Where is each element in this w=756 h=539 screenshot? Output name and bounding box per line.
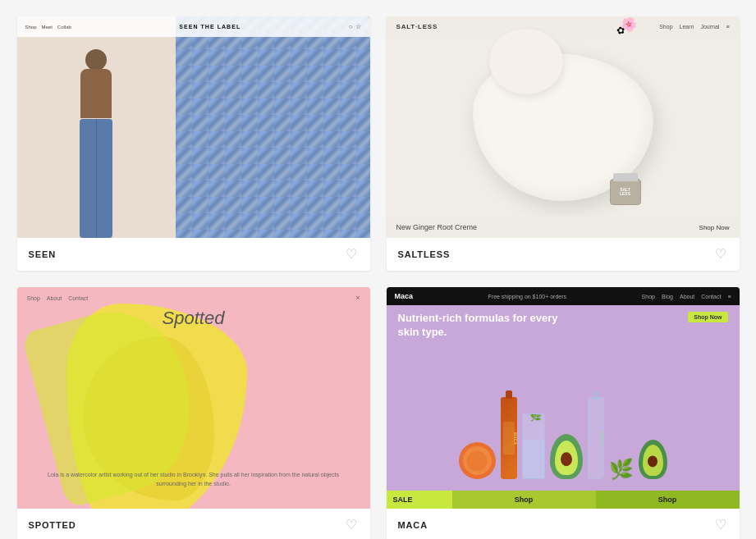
seen-nav-collab[interactable]: Collab — [57, 25, 71, 30]
maca-nav-blog[interactable]: Blog — [662, 294, 673, 299]
spotted-image-area: Shop About Contact × Spotted Lola is a w… — [17, 287, 370, 509]
spotted-nav-about[interactable]: About — [47, 295, 62, 301]
saltless-shop-now-link[interactable]: Shop Now — [699, 224, 730, 231]
seen-model-panel — [17, 16, 176, 238]
spotted-caption: Lola is a watercolor artist working out … — [17, 471, 370, 488]
saltless-tagline: New Ginger Root Creme — [396, 223, 478, 231]
maca-image-area: Maca Free shipping on $100+ orders Shop … — [387, 287, 740, 509]
seen-nav-icon1[interactable]: ○ — [349, 23, 353, 30]
maca-products-area: MACA 🌿 — [387, 348, 740, 479]
avocado-half-2 — [639, 440, 667, 479]
seen-nav-shop[interactable]: Shop — [25, 25, 37, 30]
gallery-grid: Shop Meet Collab SEEN THE LABEL ○ ☆ — [17, 16, 740, 539]
seen-image-area: Shop Meet Collab SEEN THE LABEL ○ ☆ — [17, 16, 370, 238]
maca-nav-contact[interactable]: Contact — [701, 294, 721, 299]
maca-nav: Maca Free shipping on $100+ orders Shop … — [387, 287, 740, 305]
spotted-nav-links: Shop About Contact — [27, 295, 89, 301]
maca-products-container: MACA 🌿 — [459, 348, 667, 479]
seen-heart-button[interactable]: ♡ — [344, 246, 359, 263]
seen-nav-icon2[interactable]: ☆ — [355, 23, 361, 30]
maca-nav-menu[interactable]: ≡ — [727, 294, 731, 299]
spotted-heart-button[interactable]: ♡ — [344, 517, 359, 533]
maca-nav-about[interactable]: About — [680, 294, 694, 299]
card-spotted: Shop About Contact × Spotted Lola is a w… — [17, 287, 370, 539]
maca-glass-1: 🌿 — [522, 413, 545, 479]
saltless-footer: SALTLESS ♡ — [387, 238, 740, 271]
spotted-nav: Shop About Contact × — [17, 287, 370, 308]
maca-nav-shop[interactable]: Shop — [642, 294, 655, 299]
maca-shop-now-button[interactable]: Shop Now — [688, 312, 727, 322]
avocado-half — [550, 434, 583, 479]
maca-title: MACA — [398, 520, 428, 530]
spotted-nav-contact[interactable]: Contact — [68, 295, 88, 301]
saltless-background: SALT·LESS Shop Learn Journal ≡ — [387, 16, 740, 238]
maca-bottle-clear: MACA — [588, 397, 604, 479]
seen-title: SEEN — [29, 249, 56, 259]
maca-logo: Maca — [395, 292, 414, 300]
maca-shop-bar-1[interactable]: Shop — [452, 491, 596, 509]
seen-denim-panel — [176, 16, 370, 238]
seen-logo: SEEN THE LABEL — [179, 24, 241, 30]
spotted-background: Shop About Contact × Spotted Lola is a w… — [17, 287, 370, 509]
maca-heart-button[interactable]: ♡ — [713, 517, 728, 533]
maca-bottle-amber: MACA — [501, 397, 517, 479]
maca-sale-label[interactable]: SALE — [387, 491, 452, 509]
orange-slice — [459, 442, 496, 479]
card-seen: Shop Meet Collab SEEN THE LABEL ○ ☆ — [17, 16, 370, 271]
spotted-close-icon[interactable]: × — [355, 294, 360, 302]
card-saltless: SALT·LESS Shop Learn Journal ≡ — [387, 16, 740, 271]
rosemary-sprig: 🌿 — [609, 459, 634, 479]
saltless-title: SALTLESS — [398, 249, 451, 259]
spotted-title: SPOTTED — [29, 520, 76, 530]
seen-footer: SEEN ♡ — [17, 238, 370, 271]
seen-nav-meet[interactable]: Meet — [42, 25, 53, 30]
saltless-bottom-bar: New Ginger Root Creme Shop Now — [387, 217, 740, 238]
seen-split-image — [17, 16, 370, 238]
spotted-footer: SPOTTED ♡ — [17, 509, 370, 539]
maca-shipping-text: Free shipping on $100+ orders — [413, 294, 642, 299]
maca-footer: MACA ♡ — [387, 509, 740, 539]
seen-nav: Shop Meet Collab SEEN THE LABEL ○ ☆ — [17, 16, 370, 37]
maca-headline: Nutrient-rich formulas for every skin ty… — [398, 312, 562, 340]
spotted-nav-shop[interactable]: Shop — [27, 295, 40, 301]
saltless-image-area: SALT·LESS Shop Learn Journal ≡ — [387, 16, 740, 238]
saltless-heart-button[interactable]: ♡ — [713, 246, 728, 263]
maca-background: Maca Free shipping on $100+ orders Shop … — [387, 287, 740, 509]
maca-bottom-bar: SALE Shop Shop — [387, 491, 740, 509]
maca-nav-links: Shop Blog About Contact ≡ — [642, 294, 731, 299]
maca-shop-bar-2[interactable]: Shop — [596, 491, 740, 509]
spotted-brand-name: Spotted — [17, 308, 370, 329]
card-maca: Maca Free shipping on $100+ orders Shop … — [387, 287, 740, 539]
